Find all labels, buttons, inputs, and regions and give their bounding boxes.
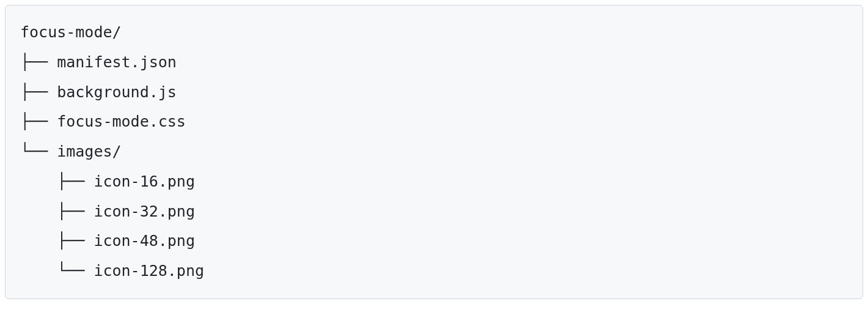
tree-line: └── icon-128.png xyxy=(20,262,204,280)
tree-line: └── images/ xyxy=(20,143,122,160)
tree-line: ├── icon-32.png xyxy=(20,202,195,220)
tree-line: focus-mode/ xyxy=(20,23,122,41)
tree-line: ├── focus-mode.css xyxy=(20,113,186,130)
directory-tree-code-block: focus-mode/ ├── manifest.json ├── backgr… xyxy=(5,5,863,299)
tree-line: ├── icon-16.png xyxy=(20,173,195,190)
tree-line: ├── manifest.json xyxy=(20,53,177,71)
tree-line: ├── icon-48.png xyxy=(20,232,195,250)
tree-line: ├── background.js xyxy=(20,83,177,101)
